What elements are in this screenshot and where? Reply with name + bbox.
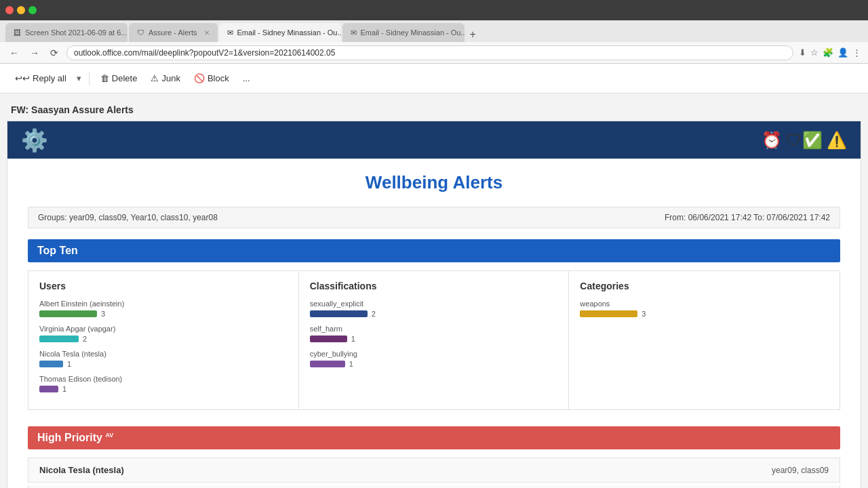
class-label-2: cyber_bullying: [310, 350, 558, 358]
window-controls: [5, 6, 37, 14]
groups-bar: Groups: year09, class09, Year10, class10…: [28, 207, 840, 228]
person-name: Nicola Tesla (ntesla): [39, 465, 124, 475]
class-label-1: self_harm: [310, 325, 558, 333]
user-bar-container-1: 2: [39, 335, 288, 343]
high-priority-title: High Priority: [37, 432, 102, 443]
date-range: From: 06/06/2021 17:42 To: 07/06/2021 17…: [665, 213, 830, 222]
more-button[interactable]: ...: [237, 70, 256, 86]
tab-favicon: ✉: [227, 28, 233, 37]
junk-label: Junk: [161, 73, 180, 83]
person-row: Nicola Tesla (ntesla) year09, class09: [28, 458, 840, 483]
logo-icon: ⚙️: [21, 127, 48, 153]
url-text: outlook.office.com/mail/deeplink?popoutV…: [74, 48, 335, 58]
minimize-button[interactable]: [17, 6, 25, 14]
class-bar-container-1: 1: [310, 335, 558, 343]
top-ten-header: Top Ten: [28, 239, 840, 262]
shield-check-icon: 🛡✅: [786, 131, 823, 150]
email-body: ⚙️ ⏰ 🛡✅ ⚠️ Wellbeing Alerts Groups: year…: [7, 121, 861, 488]
block-label: Block: [208, 73, 229, 83]
page-title: Wellbeing Alerts: [28, 172, 840, 193]
user-value-0: 3: [101, 310, 108, 318]
user-value-2: 1: [67, 360, 74, 368]
profile-icon[interactable]: 👤: [837, 47, 848, 58]
classifications-title: Classifications: [310, 281, 558, 291]
url-bar[interactable]: outlook.office.com/mail/deeplink?popoutV…: [66, 45, 793, 60]
email-subject: FW: Saasyan Assure Alerts: [0, 100, 868, 121]
download-icon[interactable]: ⬇: [799, 47, 806, 58]
groups-text: Groups: year09, class09, Year10, class10…: [38, 213, 218, 222]
delete-button[interactable]: 🗑 Delete: [95, 70, 143, 86]
address-icons: ⬇ ☆ 🧩 👤 ⋮: [799, 47, 861, 58]
class-value-2: 1: [349, 360, 356, 368]
junk-icon: ⚠: [151, 73, 159, 83]
delete-label: Delete: [112, 73, 138, 83]
block-icon: 🚫: [194, 73, 205, 83]
forward-button[interactable]: →: [27, 46, 42, 60]
reply-all-icon: ↩↩: [15, 73, 30, 83]
reply-all-dropdown[interactable]: ▾: [75, 70, 83, 86]
high-priority-sup: AV: [105, 432, 113, 439]
top-ten-grid: Users Albert Einstein (aeinstein) 3 Virg…: [28, 270, 840, 410]
reply-all-button[interactable]: ↩↩ Reply all: [9, 70, 72, 86]
cat-value-0: 3: [642, 310, 648, 318]
tab-label: Email - Sidney Minassian - Ou...: [361, 28, 465, 37]
browser-chrome: [0, 0, 868, 20]
clock-icon: ⏰: [762, 131, 782, 150]
person-groups: year09, class09: [772, 466, 829, 475]
user-bar-container-2: 1: [39, 360, 288, 368]
user-label-1: Virginia Apgar (vapgar): [39, 325, 288, 333]
user-row-0: Albert Einstein (aeinstein) 3: [39, 300, 288, 318]
class-value-1: 1: [351, 335, 358, 343]
class-label-0: sexually_explicit: [310, 300, 558, 308]
block-button[interactable]: 🚫 Block: [189, 70, 235, 86]
junk-button[interactable]: ⚠ Junk: [145, 70, 185, 86]
class-value-0: 2: [372, 310, 378, 318]
cat-label-0: weapons: [580, 300, 829, 308]
close-button[interactable]: [5, 6, 14, 14]
maximize-button[interactable]: [28, 6, 37, 14]
tab-close-icon[interactable]: ✕: [204, 29, 210, 37]
star-icon[interactable]: ☆: [810, 47, 818, 58]
user-row-1: Virginia Apgar (vapgar) 2: [39, 325, 288, 343]
user-bar-3: [39, 386, 58, 392]
refresh-button[interactable]: ⟳: [47, 46, 61, 60]
reply-all-label: Reply all: [33, 73, 66, 83]
cat-bar-container-0: 3: [580, 310, 829, 318]
class-row-0: sexually_explicit 2: [310, 300, 558, 318]
user-bar-1: [39, 336, 79, 342]
tab-label: Assure - Alerts: [149, 28, 197, 37]
back-button[interactable]: ←: [7, 46, 22, 60]
email-toolbar: ↩↩ Reply all ▾ 🗑 Delete ⚠ Junk 🚫 Block .…: [0, 64, 868, 94]
warning-icon: ⚠️: [827, 131, 847, 150]
high-priority-header: High Priority AV: [28, 426, 840, 449]
extensions-icon[interactable]: 🧩: [823, 47, 833, 58]
tab-assure[interactable]: 🛡 Assure - Alerts ✕: [129, 23, 218, 42]
class-bar-container-2: 1: [310, 360, 558, 368]
user-label-0: Albert Einstein (aeinstein): [39, 300, 288, 308]
categories-title: Categories: [580, 281, 829, 291]
tabs-bar: 🖼 Screen Shot 2021-06-09 at 6... ✕ 🛡 Ass…: [0, 20, 868, 42]
header-right-icons: ⏰ 🛡✅ ⚠️: [762, 131, 847, 150]
header-logo: ⚙️: [21, 127, 48, 153]
tab-screenshot[interactable]: 🖼 Screen Shot 2021-06-09 at 6... ✕: [5, 23, 127, 42]
users-title: Users: [39, 281, 288, 291]
class-row-2: cyber_bullying 1: [310, 350, 558, 368]
users-column: Users Albert Einstein (aeinstein) 3 Virg…: [28, 271, 299, 409]
class-bar-0: [310, 310, 368, 317]
new-tab-button[interactable]: +: [466, 28, 480, 41]
settings-icon[interactable]: ⋮: [852, 47, 861, 58]
user-value-3: 1: [62, 385, 69, 393]
classifications-column: Classifications sexually_explicit 2 self…: [299, 271, 570, 409]
class-row-1: self_harm 1: [310, 325, 558, 343]
email-header-banner: ⚙️ ⏰ 🛡✅ ⚠️: [7, 121, 861, 159]
email-content: Wellbeing Alerts Groups: year09, class09…: [7, 159, 861, 488]
user-bar-container-3: 1: [39, 385, 288, 393]
user-row-2: Nicola Tesla (ntesla) 1: [39, 350, 288, 368]
tab-favicon: 🛡: [137, 28, 144, 37]
class-bar-1: [310, 336, 347, 342]
user-bar-0: [39, 310, 97, 317]
user-row-3: Thomas Edison (tedison) 1: [39, 375, 288, 393]
tab-email-active[interactable]: ✉ Email - Sidney Minassian - Ou... ✕: [219, 23, 341, 42]
more-label: ...: [243, 73, 250, 83]
tab-email-2[interactable]: ✉ Email - Sidney Minassian - Ou... ✕: [342, 23, 465, 42]
